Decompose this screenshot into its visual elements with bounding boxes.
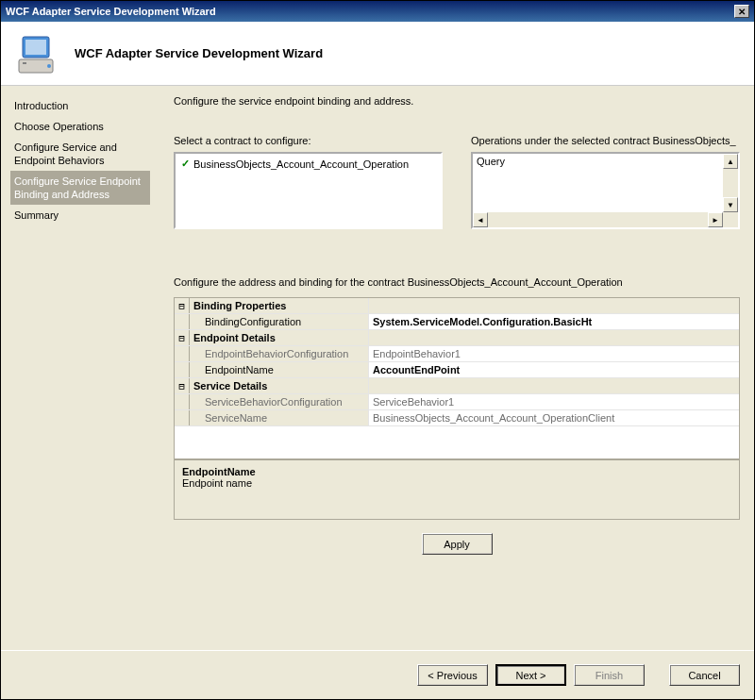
pg-value[interactable]: System.ServiceModel.Configuration.BasicH…	[369, 314, 739, 329]
scroll-left-icon[interactable]: ◄	[473, 212, 488, 227]
operation-item[interactable]: Query	[473, 154, 738, 169]
cancel-button[interactable]: Cancel	[669, 664, 740, 686]
scroll-track[interactable]	[723, 169, 738, 197]
pg-value[interactable]: EndpointBehavior1	[369, 346, 739, 361]
pg-blank	[175, 426, 739, 458]
desc-title: EndpointName	[182, 466, 731, 477]
pg-name: BindingConfiguration	[190, 314, 369, 329]
contracts-column: Select a contract to configure: ✓ Busine…	[174, 135, 443, 229]
contracts-listbox[interactable]: ✓ BusinessObjects_Account_Account_Operat…	[174, 152, 443, 229]
scroll-up-icon[interactable]: ▲	[723, 154, 738, 169]
collapse-icon[interactable]: ⊟	[175, 378, 190, 393]
computer-icon	[15, 31, 60, 76]
previous-button[interactable]: < Previous	[417, 664, 488, 686]
apply-button[interactable]: Apply	[422, 533, 493, 555]
scroll-down-icon[interactable]: ▼	[723, 197, 738, 212]
svg-rect-1	[25, 40, 46, 55]
contract-item[interactable]: ✓ BusinessObjects_Account_Account_Operat…	[177, 156, 439, 172]
next-button[interactable]: Next >	[495, 664, 566, 686]
pg-value[interactable]: AccountEndPoint	[369, 362, 739, 377]
pg-name: ServiceBehaviorConfiguration	[190, 394, 369, 409]
configure-contract-label: Configure the address and binding for th…	[174, 276, 740, 288]
pg-group-endpoint[interactable]: ⊟ Endpoint Details	[175, 330, 739, 346]
scroll-corner	[723, 212, 738, 227]
pg-row-servicebehaviorconfiguration[interactable]: ServiceBehaviorConfiguration ServiceBeha…	[175, 394, 739, 410]
sidebar-item-choose-operations[interactable]: Choose Operations	[10, 116, 150, 137]
pg-group-title: Binding Properties	[190, 298, 369, 313]
contracts-label: Select a contract to configure:	[174, 135, 443, 146]
instruction-text: Configure the service endpoint binding a…	[174, 95, 740, 107]
pg-row-bindingconfiguration[interactable]: BindingConfiguration System.ServiceModel…	[175, 314, 739, 330]
contract-item-label: BusinessObjects_Account_Account_Operatio…	[193, 158, 409, 170]
pg-group-service[interactable]: ⊟ Service Details	[175, 378, 739, 394]
titlebar-title: WCF Adapter Service Development Wizard	[6, 6, 216, 17]
pg-value[interactable]: BusinessObjects_Account_Account_Operatio…	[369, 410, 739, 425]
collapse-icon[interactable]: ⊟	[175, 298, 190, 313]
contracts-row: Select a contract to configure: ✓ Busine…	[174, 135, 740, 229]
pg-group-title: Service Details	[190, 378, 369, 393]
pg-group-title: Endpoint Details	[190, 330, 369, 345]
operations-column: Operations under the selected contract B…	[471, 135, 740, 229]
operations-label: Operations under the selected contract B…	[471, 135, 740, 146]
pg-row-servicename[interactable]: ServiceName BusinessObjects_Account_Acco…	[175, 410, 739, 426]
main-panel: Configure the service endpoint binding a…	[150, 86, 754, 650]
pg-row-endpointname[interactable]: EndpointName AccountEndPoint	[175, 362, 739, 378]
vertical-scrollbar[interactable]: ▲ ▼	[723, 154, 738, 212]
sidebar-item-configure-behaviors[interactable]: Configure Service and Endpoint Behaviors	[10, 137, 150, 171]
check-icon: ✓	[181, 158, 190, 170]
property-grid: ⊟ Binding Properties BindingConfiguratio…	[174, 297, 740, 459]
apply-row: Apply	[174, 533, 740, 555]
header: WCF Adapter Service Development Wizard	[1, 22, 754, 86]
pg-value[interactable]: ServiceBehavior1	[369, 394, 739, 409]
pg-row-endpointbehaviorconfiguration[interactable]: EndpointBehaviorConfiguration EndpointBe…	[175, 346, 739, 362]
horizontal-scrollbar[interactable]: ◄ ►	[473, 212, 723, 227]
sidebar-item-configure-endpoint[interactable]: Configure Service Endpoint Binding and A…	[10, 171, 150, 205]
titlebar: WCF Adapter Service Development Wizard ✕	[1, 1, 754, 22]
pg-name: ServiceName	[190, 410, 369, 425]
scroll-track[interactable]	[488, 212, 708, 227]
header-title: WCF Adapter Service Development Wizard	[75, 46, 323, 60]
collapse-icon[interactable]: ⊟	[175, 330, 190, 345]
wizard-window: WCF Adapter Service Development Wizard ✕…	[0, 0, 755, 700]
sidebar-item-introduction[interactable]: Introduction	[10, 95, 150, 116]
finish-button: Finish	[574, 664, 645, 686]
pg-name: EndpointBehaviorConfiguration	[190, 346, 369, 361]
pg-name: EndpointName	[190, 362, 369, 377]
sidebar-item-summary[interactable]: Summary	[10, 205, 150, 225]
svg-point-4	[47, 64, 51, 68]
scroll-right-icon[interactable]: ►	[708, 212, 723, 227]
pg-group-binding[interactable]: ⊟ Binding Properties	[175, 298, 739, 314]
property-description: EndpointName Endpoint name	[174, 459, 740, 520]
close-button[interactable]: ✕	[734, 5, 749, 18]
svg-rect-3	[23, 62, 26, 64]
operations-listbox[interactable]: Query ▲ ▼ ◄ ►	[471, 152, 740, 229]
desc-text: Endpoint name	[182, 477, 731, 489]
footer: < Previous Next > Finish Cancel	[1, 650, 754, 699]
body: Introduction Choose Operations Configure…	[1, 86, 754, 650]
sidebar: Introduction Choose Operations Configure…	[1, 86, 150, 650]
